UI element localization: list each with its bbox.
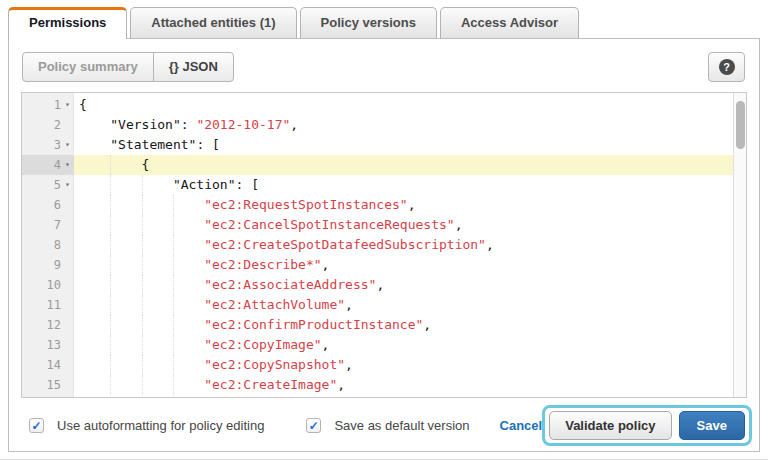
code-text: "Action": [	[74, 175, 733, 195]
gutter-cell[interactable]: 1▾	[22, 95, 74, 115]
indent-guide	[142, 175, 173, 195]
code-line-1[interactable]: 1▾{	[22, 95, 746, 115]
code-text: {	[74, 155, 733, 175]
indent-guide	[173, 335, 204, 355]
indent-guide	[79, 115, 110, 135]
gutter-cell: 15	[22, 375, 74, 395]
indent-guide	[79, 235, 110, 255]
question-mark-icon: ?	[719, 59, 735, 75]
json-code-editor[interactable]: 1▾{2"Version": "2012-10-17",3▾"Statement…	[21, 92, 747, 398]
code-line-12[interactable]: 12"ec2:ConfirmProductInstance",	[22, 315, 746, 335]
code-line-9[interactable]: 9"ec2:Describe*",	[22, 255, 746, 275]
cancel-link[interactable]: Cancel	[500, 418, 543, 433]
indent-guide	[110, 255, 141, 275]
policy-summary-button[interactable]: Policy summary	[23, 53, 153, 81]
gutter-cell[interactable]: 5▾	[22, 175, 74, 195]
tab-attached-entities-1[interactable]: Attached entities (1)	[130, 7, 296, 38]
indent-guide	[110, 215, 141, 235]
gutter-cell: 13	[22, 335, 74, 355]
indent-guide	[173, 235, 204, 255]
line-number: 5	[54, 175, 61, 195]
indent-guide	[79, 355, 110, 375]
scrollbar-thumb[interactable]	[736, 101, 745, 149]
code-line-3[interactable]: 3▾"Statement": [	[22, 135, 746, 155]
gutter-cell: 7	[22, 215, 74, 235]
line-number: 1	[54, 95, 61, 115]
gutter-cell: 2	[22, 115, 74, 135]
line-number: 9	[54, 255, 61, 275]
code-text: "ec2:AttachVolume",	[74, 295, 733, 315]
gutter-cell: 14	[22, 355, 74, 375]
fold-arrow-icon[interactable]: ▾	[61, 175, 74, 195]
line-number: 4	[54, 155, 61, 175]
gutter-cell: 6	[22, 195, 74, 215]
code-lines: 1▾{2"Version": "2012-10-17",3▾"Statement…	[22, 93, 746, 395]
code-line-8[interactable]: 8"ec2:CreateSpotDatafeedSubscription",	[22, 235, 746, 255]
code-line-13[interactable]: 13"ec2:CopyImage",	[22, 335, 746, 355]
line-number: 15	[47, 375, 61, 395]
indent-guide	[110, 275, 141, 295]
tab-access-advisor[interactable]: Access Advisor	[440, 7, 579, 38]
indent-guide	[142, 375, 173, 395]
fold-arrow-icon[interactable]: ▾	[61, 135, 74, 155]
line-number: 3	[54, 135, 61, 155]
code-line-14[interactable]: 14"ec2:CopySnapshot",	[22, 355, 746, 375]
save-button[interactable]: Save	[679, 411, 745, 440]
indent-guide	[173, 375, 204, 395]
code-line-15[interactable]: 15"ec2:CreateImage",	[22, 375, 746, 395]
editor-footer: ✓ Use autoformatting for policy editing …	[9, 398, 759, 446]
indent-guide	[79, 375, 110, 395]
code-line-11[interactable]: 11"ec2:AttachVolume",	[22, 295, 746, 315]
gutter-cell: 11	[22, 295, 74, 315]
tab-policy-versions[interactable]: Policy versions	[300, 7, 437, 38]
indent-guide	[173, 255, 204, 275]
code-line-7[interactable]: 7"ec2:CancelSpotInstanceRequests",	[22, 215, 746, 235]
gutter-cell[interactable]: 3▾	[22, 135, 74, 155]
code-text: "ec2:RequestSpotInstances",	[74, 195, 733, 215]
focus-ring: Validate policy Save	[542, 405, 752, 446]
indent-guide	[173, 295, 204, 315]
fold-arrow-icon[interactable]: ▾	[61, 95, 74, 115]
indent-guide	[110, 175, 141, 195]
indent-guide	[142, 315, 173, 335]
code-line-10[interactable]: 10"ec2:AssociateAddress",	[22, 275, 746, 295]
code-text: "Version": "2012-10-17",	[74, 115, 733, 135]
code-line-5[interactable]: 5▾"Action": [	[22, 175, 746, 195]
code-text: "ec2:ConfirmProductInstance",	[74, 315, 733, 335]
gutter-cell[interactable]: 4▾	[22, 155, 74, 175]
code-text: "ec2:CreateImage",	[74, 375, 733, 395]
save-default-version-checkbox[interactable]: ✓	[306, 418, 321, 433]
validate-policy-button[interactable]: Validate policy	[549, 411, 671, 440]
json-view-button[interactable]: {} JSON	[153, 53, 233, 81]
indent-guide	[173, 195, 204, 215]
indent-guide	[79, 335, 110, 355]
code-text: "ec2:CopyImage",	[74, 335, 733, 355]
line-number: 13	[47, 335, 61, 355]
fold-arrow-icon[interactable]: ▾	[61, 155, 74, 175]
code-text: "ec2:CancelSpotInstanceRequests",	[74, 215, 733, 235]
indent-guide	[142, 355, 173, 375]
indent-guide	[79, 275, 110, 295]
indent-guide	[142, 215, 173, 235]
editor-scrollbar[interactable]	[733, 93, 746, 397]
help-button[interactable]: ?	[708, 52, 745, 82]
code-line-6[interactable]: 6"ec2:RequestSpotInstances",	[22, 195, 746, 215]
indent-guide	[142, 255, 173, 275]
tab-bar: PermissionsAttached entities (1)Policy v…	[0, 7, 768, 38]
indent-guide	[79, 195, 110, 215]
gutter-cell: 9	[22, 255, 74, 275]
indent-guide	[79, 255, 110, 275]
autoformat-checkbox[interactable]: ✓	[29, 418, 44, 433]
autoformat-label: Use autoformatting for policy editing	[57, 418, 264, 433]
code-line-4[interactable]: 4▾{	[22, 155, 746, 175]
line-number: 12	[47, 315, 61, 335]
indent-guide	[142, 235, 173, 255]
indent-guide	[142, 295, 173, 315]
indent-guide	[110, 315, 141, 335]
indent-guide	[79, 155, 110, 175]
code-text: "ec2:CreateSpotDatafeedSubscription",	[74, 235, 733, 255]
code-text: {	[74, 95, 733, 115]
code-line-2[interactable]: 2"Version": "2012-10-17",	[22, 115, 746, 135]
tab-permissions[interactable]: Permissions	[8, 7, 127, 39]
indent-guide	[142, 275, 173, 295]
